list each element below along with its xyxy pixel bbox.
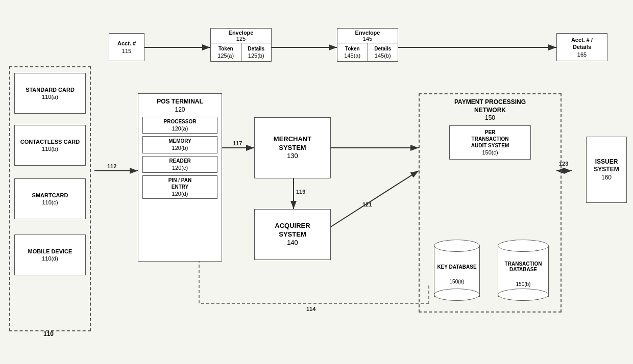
card-group-label: 110 (43, 330, 54, 337)
smartcard-label: SMARTCARD (32, 192, 68, 199)
merchant-system-box: MERCHANT SYSTEM 130 (254, 117, 331, 178)
smartcard-box: SMARTCARD 110(c) (14, 178, 86, 219)
arrow-label-117: 117 (233, 140, 242, 146)
audit-system-box: PER TRANSACTION AUDIT SYSTEM 150(c) (449, 125, 531, 160)
standard-card-box: STANDARD CARD 110(a) (14, 73, 86, 114)
envelope-125-details: Details 125(b) (241, 43, 272, 61)
envelope-125: Envelope 125 Token 125(a) Details 125(b) (210, 28, 272, 62)
contactless-card-num: 110(b) (42, 145, 58, 152)
acquirer-system-num: 140 (287, 239, 298, 247)
pos-terminal-title: POS TERMINAL 120 (157, 98, 203, 114)
issuer-system-box: ISSUER SYSTEM 160 (586, 137, 627, 203)
diagram: 112 117 119 121 114 123 110 STANDARD CAR… (0, 0, 633, 364)
pos-terminal-box: POS TERMINAL 120 PROCESSOR 120(a) MEMORY… (138, 93, 222, 262)
transaction-database-cylinder: TRANSACTION DATABASE 150(b) (495, 240, 551, 301)
acquirer-system-label: ACQUIRER SYSTEM (275, 222, 310, 239)
envelope-125-token: Token 125(a) (211, 43, 241, 61)
key-database-cylinder: KEY DATABASE 150(a) (431, 240, 482, 301)
mobile-device-num: 110(d) (42, 255, 58, 262)
smartcard-num: 110(c) (42, 199, 58, 206)
issuer-system-label: ISSUER SYSTEM (594, 158, 619, 174)
memory-box: MEMORY 120(b) (142, 136, 217, 153)
pin-pan-box: PIN / PAN ENTRY 120(d) (142, 175, 217, 199)
issuer-system-num: 160 (601, 174, 612, 182)
acquirer-system-box: ACQUIRER SYSTEM 140 (254, 209, 331, 260)
svg-line-10 (327, 171, 419, 229)
payment-network-title: PAYMENT PROCESSING NETWORK 150 (454, 98, 526, 122)
acct-165-box: Acct. # / Details 165 (556, 33, 607, 61)
envelope-145-title: Envelope 145 (353, 29, 382, 43)
merchant-system-label: MERCHANT SYSTEM (274, 135, 311, 152)
processor-box: PROCESSOR 120(a) (142, 117, 217, 134)
acct-115-box: Acct. # 115 (109, 33, 144, 61)
acct-115-num: 115 (122, 47, 131, 55)
envelope-145-token: Token 145(a) (337, 43, 368, 61)
mobile-device-label: MOBILE DEVICE (28, 248, 72, 255)
arrow-label-121: 121 (362, 201, 372, 207)
acct-165-label: Acct. # / Details (571, 36, 593, 51)
arrow-label-112: 112 (107, 163, 116, 169)
acct-115-label: Acct. # (117, 40, 136, 47)
standard-card-label: STANDARD CARD (26, 86, 75, 93)
envelope-145: Envelope 145 Token 145(a) Details 145(b) (337, 28, 398, 62)
arrow-label-114: 114 (306, 306, 315, 312)
contactless-card-label: CONTACTLESS CARD (20, 138, 80, 145)
envelope-145-details: Details 145(b) (368, 43, 398, 61)
contactless-card-box: CONTACTLESS CARD 110(b) (14, 125, 86, 166)
mobile-device-box: MOBILE DEVICE 110(d) (14, 235, 86, 275)
merchant-system-num: 130 (287, 152, 298, 161)
envelope-125-title: Envelope 125 (227, 29, 256, 43)
standard-card-num: 110(a) (42, 93, 58, 100)
acct-165-num: 165 (577, 51, 587, 58)
reader-box: READER 120(c) (142, 156, 217, 173)
arrow-label-119: 119 (296, 189, 305, 195)
